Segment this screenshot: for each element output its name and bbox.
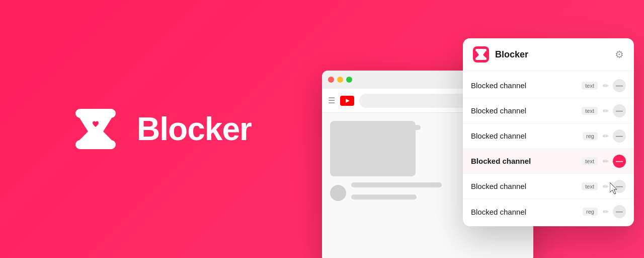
channel-name: Blocked channel — [471, 106, 582, 115]
list-item: Blocked channel text ✏ — — [463, 174, 634, 199]
svg-rect-6 — [475, 57, 487, 60]
edit-icon[interactable]: ✏ — [603, 132, 609, 140]
type-badge: text — [582, 182, 598, 190]
edit-icon[interactable]: ✏ — [603, 107, 609, 115]
channel-name: Blocked channel — [471, 182, 582, 190]
video-thumbnail — [330, 121, 416, 176]
left-section: Blocker — [0, 0, 322, 258]
extension-popup: Blocker ⚙ Blocked channel text ✏ — Block… — [463, 38, 634, 226]
svg-rect-0 — [75, 109, 116, 118]
list-item: Blocked channel reg ✏ — — [463, 123, 634, 149]
placeholder-line — [351, 195, 417, 200]
edit-icon[interactable]: ✏ — [603, 157, 609, 165]
list-item: Blocked channel reg ✏ — — [463, 199, 634, 224]
remove-button[interactable]: — — [613, 104, 626, 117]
remove-button[interactable]: — — [613, 79, 626, 92]
remove-button[interactable]: — — [613, 180, 626, 193]
svg-rect-5 — [475, 49, 487, 51]
edit-icon[interactable]: ✏ — [603, 82, 609, 90]
browser-dot-red — [328, 77, 334, 83]
settings-gear-icon[interactable]: ⚙ — [615, 48, 624, 60]
remove-button[interactable]: — — [613, 130, 626, 143]
popup-header: Blocker ⚙ — [463, 38, 634, 71]
avatar-lines — [351, 182, 442, 204]
edit-icon[interactable]: ✏ — [603, 182, 609, 190]
type-badge: text — [582, 82, 598, 90]
browser-menu-icon: ☰ — [328, 96, 335, 105]
right-section: ☰ — [322, 0, 644, 258]
app-title: Blocker — [137, 110, 252, 148]
edit-icon[interactable]: ✏ — [603, 208, 609, 216]
popup-logo-icon — [473, 46, 489, 62]
popup-list: Blocked channel text ✏ — Blocked channel… — [463, 71, 634, 226]
browser-dot-green — [346, 77, 352, 83]
blocker-logo-icon — [70, 104, 121, 154]
type-badge: reg — [583, 132, 598, 140]
list-item: Blocked channel text ✏ — — [463, 98, 634, 123]
channel-name: Blocked channel — [471, 157, 582, 165]
channel-name: Blocked channel — [471, 208, 583, 216]
type-badge: text — [582, 157, 598, 165]
remove-button-active[interactable]: — — [613, 155, 626, 168]
youtube-icon — [340, 96, 354, 106]
type-badge: reg — [583, 208, 598, 216]
browser-dot-yellow — [337, 77, 343, 83]
popup-title: Blocker — [495, 49, 615, 60]
list-item: Blocked channel text ✏ — — [463, 73, 634, 98]
placeholder-line — [351, 182, 442, 187]
channel-name: Blocked channel — [471, 81, 582, 90]
remove-button[interactable]: — — [613, 205, 626, 218]
channel-name: Blocked channel — [471, 132, 583, 140]
svg-rect-1 — [75, 140, 116, 149]
list-item-active: Blocked channel text ✏ — — [463, 149, 634, 174]
type-badge: text — [582, 107, 598, 115]
avatar — [330, 185, 346, 201]
